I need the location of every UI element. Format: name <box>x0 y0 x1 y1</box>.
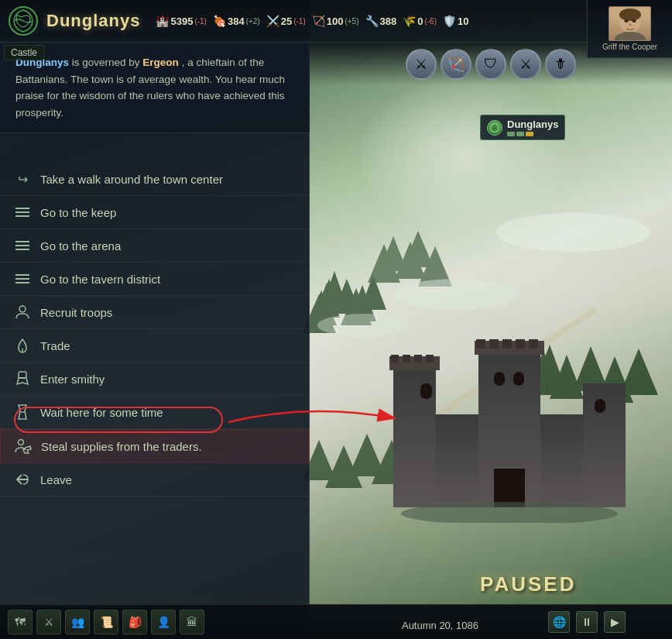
castle-breadcrumb: Castle <box>4 45 44 60</box>
svg-rect-39 <box>391 355 399 362</box>
svg-rect-66 <box>19 372 26 378</box>
menu-item-trade[interactable]: Trade <box>0 329 310 362</box>
menu-item-steal[interactable]: Steal supplies from the traders. <box>0 429 310 463</box>
walk-icon: ↪ <box>14 170 31 187</box>
map-label-bars <box>507 132 558 136</box>
map-town-label: Dunglanys <box>480 115 565 140</box>
svg-rect-52 <box>595 399 605 413</box>
menu-item-walk[interactable]: ↪ Take a walk around the town center <box>0 163 310 196</box>
troops-value: 25 <box>281 15 292 27</box>
keep-label: Go to the keep <box>40 206 296 219</box>
svg-rect-46 <box>502 339 512 349</box>
denars-delta: (-1) <box>194 17 207 26</box>
leave-icon <box>14 471 31 488</box>
avatar-portrait <box>609 6 651 41</box>
bottom-icon-inventory[interactable]: 🎒 <box>122 610 147 634</box>
arena-label: Go to the arena <box>40 239 296 253</box>
svg-point-74 <box>629 24 632 26</box>
menu-item-recruit[interactable]: Recruit troops <box>0 296 310 329</box>
page-title: Dunglanys <box>46 11 140 31</box>
smithy-label: Enter smithy <box>40 373 296 386</box>
top-bar: Dunglanys 🏰 5395 (-1) 🍖 384 (+2) ⚔️ 25 (… <box>0 0 672 43</box>
town-description: Dunglanys is governed by Ergeon , a chie… <box>0 43 310 133</box>
town-logo <box>4 2 43 40</box>
shield-value: 10 <box>458 15 468 27</box>
bottom-bar: 🗺 ⚔ 👥 📜 🎒 👤 🏛 Autumn 20, 1086 🌐 ⏸ ▶ <box>0 604 672 639</box>
arrows-icon: 🏹 <box>312 15 325 27</box>
food-value: 384 <box>228 15 245 27</box>
food-delta: (+2) <box>246 17 260 26</box>
svg-rect-45 <box>489 339 499 349</box>
smithy-icon <box>14 370 31 387</box>
menu-item-smithy[interactable]: Enter smithy <box>0 362 310 396</box>
svg-rect-41 <box>414 355 422 362</box>
resource-denars: 🏰 5395 (-1) <box>156 15 206 27</box>
recruit-label: Recruit troops <box>40 306 296 319</box>
troop-icon-1: ⚔ <box>406 49 437 80</box>
season-date: Autumn 20, 1086 <box>402 620 478 631</box>
shield-icon: 🛡️ <box>443 15 456 27</box>
map-label-content: Dunglanys <box>507 119 558 136</box>
menu-item-wait[interactable]: Wait here for some time <box>0 396 310 429</box>
menu-item-keep[interactable]: Go to the keep <box>0 196 310 229</box>
world-map-button[interactable]: 🌐 <box>548 611 570 633</box>
ruler-name: Ergeon <box>142 57 179 68</box>
svg-point-68 <box>19 440 24 445</box>
grain-value: 0 <box>417 15 423 27</box>
arrows-value: 100 <box>327 15 344 27</box>
map-town-name: Dunglanys <box>507 119 558 130</box>
bottom-icon-character[interactable]: 👤 <box>151 610 176 634</box>
desc-text-1: is governed by <box>72 57 143 68</box>
svg-rect-47 <box>516 339 525 349</box>
denars-icon: 🏰 <box>156 15 169 27</box>
steal-icon <box>15 438 32 455</box>
menu-item-tavern[interactable]: Go to the tavern district <box>0 263 310 296</box>
arrows-delta: (+5) <box>345 17 358 26</box>
bottom-icon-combat[interactable]: ⚔ <box>36 610 61 634</box>
bottom-icon-party[interactable]: 👥 <box>65 610 90 634</box>
svg-rect-48 <box>529 339 538 349</box>
resource-arrows: 🏹 100 (+5) <box>312 15 359 27</box>
bar-3 <box>526 132 533 136</box>
play-button[interactable]: ▶ <box>604 611 626 633</box>
pause-button[interactable]: ⏸ <box>576 611 598 633</box>
svg-rect-49 <box>420 383 432 399</box>
svg-point-75 <box>615 32 646 41</box>
menu-item-leave[interactable]: Leave <box>0 463 310 496</box>
avatar-name: Griff the Cooper <box>602 43 657 51</box>
svg-rect-53 <box>494 469 525 507</box>
menu-item-arena[interactable]: Go to the arena <box>0 229 310 263</box>
food-icon: 🍖 <box>213 15 226 27</box>
svg-rect-42 <box>426 355 434 362</box>
resource-iron: 🔧 388 <box>365 15 397 27</box>
svg-point-72 <box>625 19 629 22</box>
resource-food: 🍖 384 (+2) <box>213 15 260 27</box>
steal-label: Steal supplies from the traders. <box>41 440 295 453</box>
bar-1 <box>507 132 515 136</box>
grain-icon: 🌾 <box>403 15 416 27</box>
wait-icon <box>14 404 31 421</box>
resource-troops: ⚔️ 25 (-1) <box>266 15 306 27</box>
avatar-box: Griff the Cooper <box>587 0 672 58</box>
castle-illustration <box>386 306 633 523</box>
troops-delta: (-1) <box>293 17 306 26</box>
wait-label: Wait here for some time <box>40 406 296 419</box>
arena-icon <box>14 237 31 254</box>
map-label-icon <box>487 120 502 136</box>
svg-rect-40 <box>403 355 410 362</box>
denars-value: 5395 <box>170 15 193 27</box>
svg-point-16 <box>395 279 519 310</box>
avatar-face <box>609 7 650 40</box>
svg-point-71 <box>619 9 641 21</box>
breadcrumb-text: Castle <box>11 47 37 58</box>
bottom-icon-quests[interactable]: 📜 <box>94 610 118 634</box>
menu-list: ↪ Take a walk around the town center Go … <box>0 163 310 496</box>
bottom-icon-map[interactable]: 🗺 <box>8 610 33 634</box>
iron-value: 388 <box>380 15 397 27</box>
region-label: Pendraic <box>503 99 537 108</box>
bottom-icon-clan[interactable]: 🏛 <box>180 610 204 634</box>
svg-rect-51 <box>513 372 524 386</box>
resource-grain: 🌾 0 (-6) <box>403 15 437 27</box>
svg-point-73 <box>633 19 636 22</box>
svg-rect-50 <box>494 372 505 386</box>
